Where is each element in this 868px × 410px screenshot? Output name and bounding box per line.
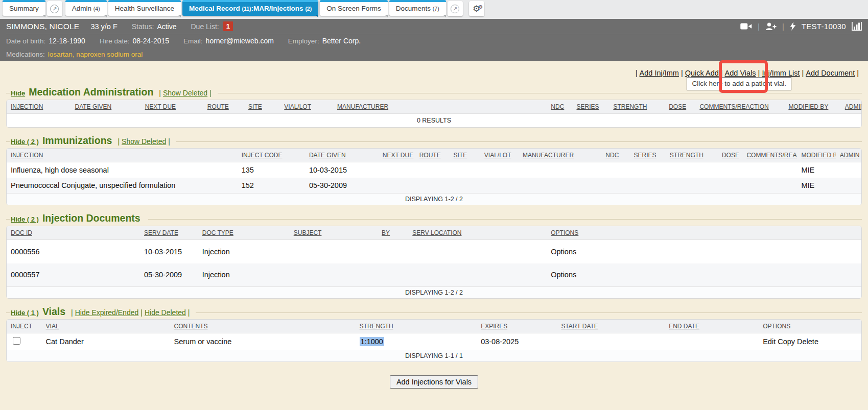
- col-vial-lot[interactable]: VIAL/LOT: [280, 100, 333, 114]
- video-camera-icon[interactable]: [740, 22, 752, 30]
- col-serv-date[interactable]: SERV DATE: [140, 226, 198, 240]
- table-row[interactable]: Cat Dander Serum or vaccine 1:1000 03-08…: [7, 333, 861, 350]
- due-list-badge[interactable]: 1: [223, 21, 233, 31]
- col-subject[interactable]: SUBJECT: [290, 226, 378, 240]
- footer-button-row: Add Injections for Vials: [6, 367, 862, 389]
- col-route[interactable]: ROUTE: [415, 149, 450, 162]
- col-route[interactable]: ROUTE: [203, 100, 244, 114]
- tab-medical-record-active[interactable]: Medical Record (11):MAR/Injections (2): [182, 0, 318, 16]
- settings-button[interactable]: ⚙: [469, 1, 484, 16]
- col-ndc[interactable]: NDC: [547, 100, 572, 114]
- add-document-link[interactable]: Add Document: [806, 69, 855, 77]
- col-comments-reaction[interactable]: COMMENTS/REACTION: [695, 100, 784, 114]
- col-strength[interactable]: STRENGTH: [356, 320, 477, 333]
- col-site[interactable]: SITE: [244, 100, 280, 114]
- summary-popout-button[interactable]: ↗: [47, 1, 62, 16]
- show-deleted-link[interactable]: Show Deleted: [163, 89, 207, 97]
- col-strength[interactable]: STRENGTH: [609, 100, 665, 114]
- col-dose[interactable]: DOSE: [665, 100, 695, 114]
- bar-chart-icon[interactable]: [852, 22, 862, 31]
- table-row[interactable]: Pneumococcal Conjugate, unspecified form…: [7, 178, 861, 194]
- col-options[interactable]: OPTIONS: [547, 226, 861, 240]
- quick-add-link[interactable]: Quick Add: [685, 69, 719, 77]
- tab-label: On Screen Forms: [326, 5, 381, 12]
- section-injection-documents: Hide ( 2 ) Injection Documents DOC ID SE…: [6, 210, 862, 299]
- tab-on-screen-forms[interactable]: On Screen Forms: [320, 0, 388, 16]
- hide-link[interactable]: Hide ( 2 ): [11, 215, 39, 223]
- col-modified-by[interactable]: MODIFIED BY: [797, 149, 835, 162]
- add-injections-for-vials-button[interactable]: Add Injections for Vials: [390, 375, 478, 389]
- col-strength[interactable]: STRENGTH: [666, 149, 718, 162]
- col-date-given[interactable]: DATE GIVEN: [71, 100, 140, 114]
- col-contents[interactable]: CONTENTS: [170, 320, 356, 333]
- col-manufacturer[interactable]: MANUFACTURER: [519, 149, 601, 162]
- col-dose[interactable]: DOSE: [718, 149, 743, 162]
- col-admin[interactable]: ADMIN: [836, 149, 861, 162]
- col-comments-reaction[interactable]: COMMENTS/REACTION: [742, 149, 797, 162]
- separator: |: [166, 137, 172, 146]
- col-inject: INJECT: [7, 320, 42, 333]
- col-end-date[interactable]: END DATE: [665, 320, 759, 333]
- dob-value: 12-18-1990: [49, 37, 85, 45]
- lightning-icon[interactable]: [790, 22, 796, 31]
- col-doc-type[interactable]: DOC TYPE: [198, 226, 290, 240]
- table-row[interactable]: Influenza, high dose seasonal 135 10-03-…: [7, 162, 861, 178]
- add-inj-imm-link[interactable]: Add Inj/Imm: [640, 69, 679, 77]
- cell-options[interactable]: Options: [547, 240, 861, 263]
- col-expires[interactable]: EXPIRES: [477, 320, 557, 333]
- cell-empty: [519, 162, 601, 178]
- documents-popout-button[interactable]: ↗: [448, 1, 463, 16]
- col-next-due[interactable]: NEXT DUE: [379, 149, 415, 162]
- hide-deleted-link[interactable]: Hide Deleted: [145, 308, 186, 317]
- col-doc-id[interactable]: DOC ID: [7, 226, 140, 240]
- col-date-given[interactable]: DATE GIVEN: [305, 149, 379, 162]
- add-vials-link[interactable]: Add Vials: [725, 69, 756, 77]
- col-site[interactable]: SITE: [450, 149, 480, 162]
- col-by[interactable]: BY: [378, 226, 408, 240]
- edit-link[interactable]: Edit: [763, 337, 776, 346]
- add-vials-tooltip: Click here to add a patient vial.: [687, 77, 791, 90]
- tab-count: (7): [433, 6, 439, 12]
- col-manufacturer[interactable]: MANUFACTURER: [333, 100, 547, 114]
- tab-summary[interactable]: Summary: [3, 0, 45, 16]
- cell-empty: [630, 178, 666, 194]
- cell-injection: Pneumococcal Conjugate, unspecified form…: [7, 178, 238, 194]
- col-series[interactable]: SERIES: [573, 100, 609, 114]
- delete-link[interactable]: Delete: [797, 337, 818, 346]
- hide-link[interactable]: Hide ( 1 ): [11, 309, 39, 317]
- tab-documents[interactable]: Documents (7): [389, 0, 446, 16]
- section-immunizations: Hide ( 2 ) Immunizations | Show Deleted …: [6, 133, 862, 205]
- col-modified-by[interactable]: MODIFIED BY: [784, 100, 840, 114]
- col-injection[interactable]: INJECTION: [7, 149, 238, 162]
- tab-health-surveillance[interactable]: Health Surveillance: [108, 0, 181, 16]
- col-injection[interactable]: INJECTION: [7, 100, 71, 114]
- col-next-due[interactable]: NEXT DUE: [141, 100, 203, 114]
- cell-empty: [408, 240, 547, 263]
- cell-options[interactable]: Options: [547, 263, 861, 287]
- tab-admin[interactable]: Admin (4): [65, 0, 107, 16]
- hide-expired-ended-link[interactable]: Hide Expired/Ended: [75, 308, 139, 317]
- inject-checkbox[interactable]: [13, 337, 20, 345]
- col-vial-lot[interactable]: VIAL/LOT: [480, 149, 519, 162]
- col-vial[interactable]: VIAL: [42, 320, 170, 333]
- hide-link[interactable]: Hide ( 2 ): [11, 138, 39, 146]
- hide-link[interactable]: Hide: [11, 89, 25, 97]
- col-ndc[interactable]: NDC: [601, 149, 629, 162]
- table-row[interactable]: 0000556 10-03-2015 Injection Options: [7, 240, 861, 263]
- cell-doc-id: 0000557: [7, 263, 140, 287]
- section-title: Vials: [42, 306, 65, 318]
- col-start-date[interactable]: START DATE: [557, 320, 665, 333]
- copy-link[interactable]: Copy: [778, 337, 795, 346]
- col-series[interactable]: SERIES: [630, 149, 666, 162]
- inj-imm-list-link[interactable]: Inj/Imm List: [762, 69, 800, 77]
- col-admin[interactable]: ADMIN: [841, 100, 861, 114]
- col-serv-location[interactable]: SERV LOCATION: [408, 226, 547, 240]
- section-title: Injection Documents: [42, 212, 140, 224]
- cell-inject-checkbox: [7, 333, 42, 350]
- medications-list[interactable]: losartan, naproxen sodium oral: [48, 51, 143, 58]
- tab-label: Admin: [72, 5, 91, 12]
- table-row[interactable]: 0000557 05-30-2009 Injection Options: [7, 263, 861, 287]
- col-inject-code[interactable]: INJECT CODE: [238, 149, 305, 162]
- show-deleted-link[interactable]: Show Deleted: [122, 137, 166, 146]
- add-user-icon[interactable]: [765, 22, 777, 31]
